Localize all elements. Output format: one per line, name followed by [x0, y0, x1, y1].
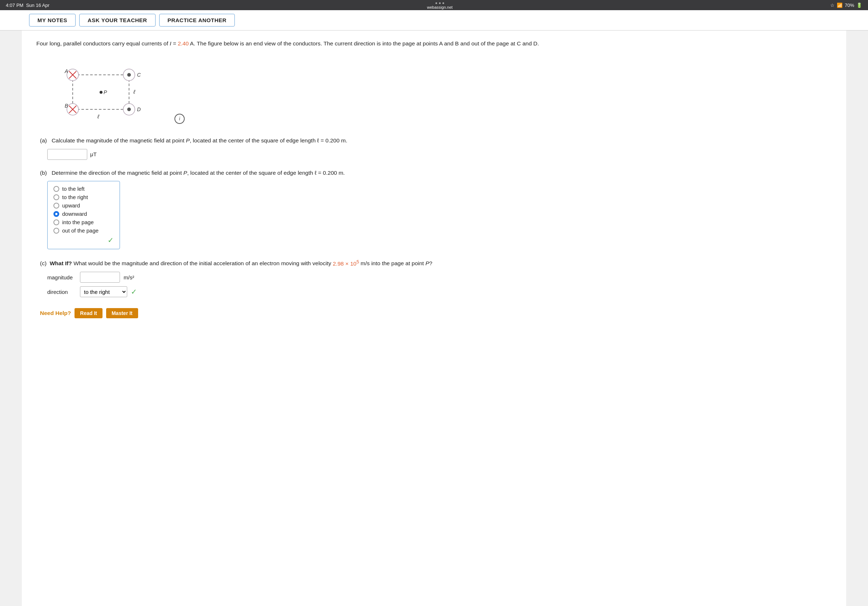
magnitude-label: magnitude [47, 274, 76, 280]
master-it-button[interactable]: Master It [106, 308, 138, 318]
main-content: Four long, parallel conductors carry equ… [22, 31, 846, 606]
svg-point-9 [127, 73, 131, 77]
radio-to-the-right[interactable]: to the right [53, 194, 114, 200]
status-bar: 4:07 PM Sun 16 Apr ● ● ● webassign.net ☆… [0, 0, 868, 10]
svg-point-16 [127, 108, 131, 111]
radio-circle-into-page [53, 220, 59, 225]
part-a-input-row: μT [47, 149, 832, 160]
svg-text:ℓ: ℓ [133, 89, 136, 95]
svg-text:D: D [137, 107, 141, 112]
radio-circle-out-of-page [53, 228, 59, 233]
radio-out-of-page[interactable]: out of the page [53, 227, 114, 233]
my-notes-button[interactable]: MY NOTES [29, 14, 76, 26]
part-b-label: (b) Determine the direction of the magne… [40, 169, 832, 178]
status-url: ● ● ● webassign.net [427, 1, 453, 9]
status-time: 4:07 PM Sun 16 Apr [6, 3, 50, 8]
direction-select[interactable]: to the left to the right upward downward… [80, 286, 127, 297]
svg-text:ℓ: ℓ [97, 113, 99, 119]
magnitude-unit: μT [90, 151, 97, 157]
magnitude-c-unit: m/s² [124, 274, 134, 280]
radio-circle-left [53, 186, 59, 192]
part-c-label: (c) What If? What would be the magnitude… [40, 258, 832, 268]
part-a-label: (a) Calculate the magnitude of the magne… [40, 136, 832, 145]
radio-to-the-left[interactable]: to the left [53, 186, 114, 192]
top-nav: MY NOTES ASK YOUR TEACHER PRACTICE ANOTH… [0, 10, 868, 31]
radio-circle-upward [53, 203, 59, 209]
part-c-section: (c) What If? What would be the magnitude… [40, 258, 832, 297]
magnitude-row: magnitude m/s² [47, 272, 832, 283]
svg-text:B: B [65, 103, 68, 109]
need-help-row: Need Help? Read It Master It [40, 308, 832, 318]
direction-check-icon: ✓ [131, 288, 137, 296]
svg-text:A: A [64, 68, 68, 74]
radio-circle-downward [53, 211, 59, 217]
radio-downward[interactable]: downward [53, 211, 114, 217]
direction-row: direction to the left to the right upwar… [47, 286, 832, 297]
part-c-inputs: magnitude m/s² direction to the left to … [47, 272, 832, 297]
status-battery: ☆ 📶 70% 🔋 [830, 3, 862, 8]
practice-another-button[interactable]: PRACTICE ANOTHER [159, 14, 235, 26]
svg-point-18 [99, 91, 102, 94]
need-help-label: Need Help? [40, 310, 71, 317]
part-a-section: (a) Calculate the magnitude of the magne… [40, 136, 832, 160]
physics-diagram: A C B D P ℓ ℓ [58, 55, 153, 128]
svg-text:P: P [104, 90, 107, 95]
diagram-container: A C B D P ℓ ℓ i [58, 55, 832, 128]
direction-radio-group: to the left to the right upward downward… [47, 181, 120, 249]
info-icon[interactable]: i [175, 114, 184, 124]
radio-upward[interactable]: upward [53, 203, 114, 209]
problem-statement: Four long, parallel conductors carry equ… [36, 39, 832, 48]
part-b-section: (b) Determine the direction of the magne… [40, 169, 832, 250]
ask-teacher-button[interactable]: ASK YOUR TEACHER [79, 14, 156, 26]
radio-into-page[interactable]: into the page [53, 219, 114, 225]
part-b-check-icon: ✓ [53, 236, 114, 244]
svg-text:C: C [137, 72, 141, 78]
direction-label: direction [47, 289, 76, 295]
magnitude-input[interactable] [47, 149, 87, 160]
read-it-button[interactable]: Read It [74, 308, 102, 318]
radio-circle-right [53, 194, 59, 200]
magnitude-c-input[interactable] [80, 272, 120, 283]
